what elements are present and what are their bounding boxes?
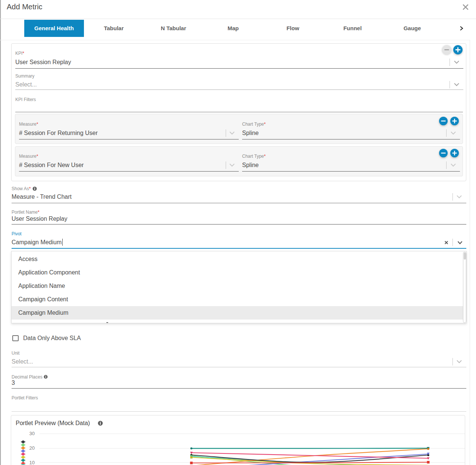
svg-text:30: 30 <box>29 431 35 436</box>
svg-text:10: 10 <box>29 460 35 465</box>
svg-text:20: 20 <box>29 445 35 451</box>
